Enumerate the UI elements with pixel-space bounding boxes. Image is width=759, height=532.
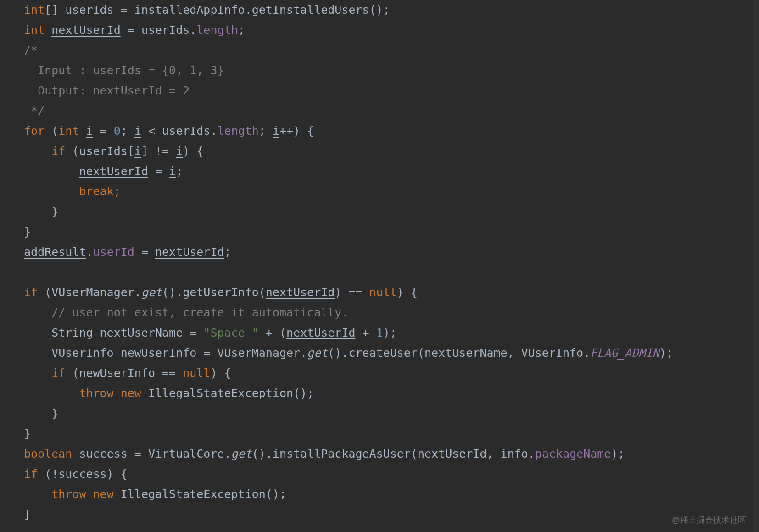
code-text: + <box>356 326 376 339</box>
code-static: get <box>231 447 252 460</box>
code-text: } <box>24 225 31 238</box>
code-static: get <box>141 286 162 299</box>
code-text: ( <box>51 124 58 138</box>
code-text: ] != <box>141 144 176 158</box>
code-keyword: throw new <box>51 488 121 501</box>
code-field: packageName <box>535 447 611 460</box>
code-text: < userIds. <box>141 124 218 138</box>
code-keyword: null <box>369 286 397 299</box>
code-text: ().installPackageAsUser( <box>252 447 418 460</box>
code-text: . <box>528 447 535 460</box>
code-text: success = VirtualCore. <box>79 447 231 460</box>
code-keyword: if <box>24 286 45 299</box>
code-text: } <box>24 407 58 420</box>
code-keyword: for <box>24 124 51 138</box>
code-text: ; <box>121 124 134 138</box>
code-comment: /* <box>24 44 38 57</box>
code-text: ); <box>659 346 673 360</box>
code-comment: Output: nextUserId = 2 <box>24 84 190 97</box>
code-number: 0 <box>114 124 121 138</box>
code-var: nextUserId <box>418 447 487 460</box>
code-editor[interactable]: int[] userIds = installedAppInfo.getInst… <box>0 0 759 532</box>
code-var: i <box>86 124 93 138</box>
code-text: ; <box>224 245 231 259</box>
code-text: ().getUserInfo( <box>162 286 266 299</box>
code-keyword: if <box>51 366 72 380</box>
code-text <box>24 165 79 178</box>
right-gutter[interactable] <box>753 0 759 532</box>
code-keyword: throw new <box>79 387 148 400</box>
code-var: i <box>273 124 279 138</box>
code-text: ().createUser(nextUserName, VUserInfo. <box>328 346 590 360</box>
code-text <box>24 185 79 198</box>
watermark-label: @稀土掘金技术社区 <box>672 515 746 526</box>
code-text: } <box>24 508 31 521</box>
code-var: i <box>134 124 141 138</box>
code-var: i <box>134 144 141 158</box>
code-text: ) { <box>183 144 203 158</box>
code-keyword: boolean <box>24 447 79 460</box>
code-text <box>24 306 51 319</box>
code-text: ) { <box>210 366 231 380</box>
code-comment: Input : userIds = {0, 1, 3} <box>24 64 224 77</box>
code-var: nextUserId <box>286 326 356 339</box>
code-text: = <box>93 124 114 138</box>
code-var: nextUserId <box>51 23 121 37</box>
code-text: (userIds[ <box>72 144 134 158</box>
code-comment: */ <box>24 104 45 117</box>
code-text: , <box>486 447 500 460</box>
code-number: 1 <box>376 326 383 339</box>
code-var: nextUserId <box>79 165 148 178</box>
code-text: ) == <box>335 286 369 299</box>
code-text: IllegalStateException(); <box>121 488 286 501</box>
code-constant: FLAG_ADMIN <box>590 346 659 360</box>
code-field: length <box>196 23 238 37</box>
code-text: String nextUserName = <box>24 326 203 339</box>
code-text: = userIds. <box>121 23 197 37</box>
code-text: ) { <box>397 286 418 299</box>
code-text <box>24 488 51 501</box>
code-text: } <box>24 427 31 440</box>
code-text: ++) { <box>279 124 314 138</box>
code-comment: // user not exist, create it automatical… <box>51 306 348 319</box>
code-keyword: int <box>24 3 45 17</box>
code-block[interactable]: int[] userIds = installedAppInfo.getInst… <box>0 0 759 525</box>
code-string: "Space " <box>203 326 258 339</box>
code-param: info <box>501 447 528 460</box>
code-var: i <box>176 144 183 158</box>
code-field: length <box>218 124 259 138</box>
code-text: [] userIds = installedAppInfo.getInstall… <box>45 3 390 17</box>
code-keyword: int <box>58 124 86 138</box>
code-static: get <box>307 346 328 360</box>
code-text: (VUserManager. <box>45 286 141 299</box>
code-keyword: int <box>24 23 51 37</box>
code-text: (!success) { <box>45 467 128 481</box>
code-var: i <box>169 165 176 178</box>
code-keyword: if <box>24 467 45 481</box>
code-text <box>24 387 79 400</box>
code-text: + ( <box>259 326 286 339</box>
code-keyword: if <box>24 144 72 158</box>
code-text: = <box>134 245 155 259</box>
code-text: = <box>148 165 169 178</box>
code-text: ); <box>611 447 625 460</box>
code-field: userId <box>93 245 134 259</box>
code-var: nextUserId <box>266 286 335 299</box>
code-text: ; <box>176 165 183 178</box>
code-text: VUserInfo newUserInfo = VUserManager. <box>24 346 307 360</box>
code-var: addResult <box>24 245 86 259</box>
code-keyword: break; <box>79 185 120 198</box>
code-text: } <box>24 205 58 218</box>
code-text: (newUserInfo == <box>72 366 183 380</box>
code-text: IllegalStateException(); <box>148 387 314 400</box>
code-text <box>24 366 51 380</box>
code-text: ); <box>383 326 397 339</box>
code-var: nextUserId <box>155 245 224 259</box>
code-text: . <box>86 245 93 259</box>
code-text: ; <box>238 23 245 37</box>
code-text: ; <box>259 124 273 138</box>
code-keyword: null <box>183 366 210 380</box>
